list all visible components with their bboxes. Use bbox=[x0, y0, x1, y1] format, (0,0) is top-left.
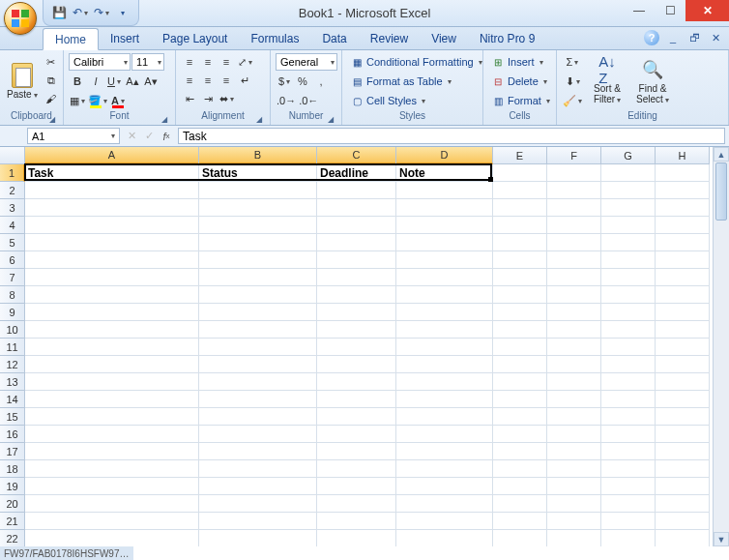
cell-B7[interactable] bbox=[199, 269, 317, 286]
cell-A19[interactable] bbox=[25, 478, 199, 495]
cell-C6[interactable] bbox=[317, 251, 396, 269]
cell-B18[interactable] bbox=[199, 460, 317, 478]
cell-G9[interactable] bbox=[601, 304, 656, 321]
underline-button[interactable]: U▾ bbox=[105, 73, 123, 90]
cell-styles-button[interactable]: ▢Cell Styles▾ bbox=[347, 92, 485, 109]
cell-A2[interactable] bbox=[25, 182, 199, 199]
scroll-thumb[interactable] bbox=[715, 162, 727, 221]
row-header-8[interactable]: 8 bbox=[0, 286, 25, 304]
delete-cells-button[interactable]: ⊟Delete▾ bbox=[488, 73, 553, 90]
cell-D14[interactable] bbox=[396, 391, 493, 408]
cell-C14[interactable] bbox=[317, 391, 396, 408]
tab-home[interactable]: Home bbox=[43, 28, 99, 50]
row-header-4[interactable]: 4 bbox=[0, 217, 25, 234]
cancel-edit-icon[interactable]: ✕ bbox=[124, 129, 139, 144]
cell-A5[interactable] bbox=[25, 234, 199, 251]
cell-G1[interactable] bbox=[601, 164, 656, 182]
cell-B22[interactable] bbox=[199, 530, 317, 546]
shrink-font-icon[interactable]: A▾ bbox=[142, 73, 160, 90]
row-header-2[interactable]: 2 bbox=[0, 182, 25, 199]
row-header-21[interactable]: 21 bbox=[0, 513, 25, 530]
cell-G15[interactable] bbox=[601, 408, 656, 426]
cell-A13[interactable] bbox=[25, 373, 199, 391]
cell-D20[interactable] bbox=[396, 495, 493, 513]
cell-B14[interactable] bbox=[199, 391, 317, 408]
cell-H14[interactable] bbox=[656, 391, 710, 408]
tab-review[interactable]: Review bbox=[359, 28, 420, 49]
cell-E14[interactable] bbox=[493, 391, 547, 408]
cell-G18[interactable] bbox=[601, 460, 656, 478]
cell-H21[interactable] bbox=[656, 513, 710, 530]
row-header-12[interactable]: 12 bbox=[0, 356, 25, 373]
row-header-5[interactable]: 5 bbox=[0, 234, 25, 251]
cell-G3[interactable] bbox=[601, 199, 656, 217]
cell-F5[interactable] bbox=[547, 234, 601, 251]
cell-D12[interactable] bbox=[396, 356, 493, 373]
cell-H5[interactable] bbox=[656, 234, 710, 251]
cell-F20[interactable] bbox=[547, 495, 601, 513]
paste-button[interactable]: Paste▾ bbox=[5, 53, 40, 110]
ribbon-minimize-icon[interactable]: _ bbox=[665, 30, 681, 45]
cell-B21[interactable] bbox=[199, 513, 317, 530]
cell-G7[interactable] bbox=[601, 269, 656, 286]
cell-A6[interactable] bbox=[25, 251, 199, 269]
cell-C15[interactable] bbox=[317, 408, 396, 426]
cell-C19[interactable] bbox=[317, 478, 396, 495]
cell-F19[interactable] bbox=[547, 478, 601, 495]
cell-C12[interactable] bbox=[317, 356, 396, 373]
cell-B17[interactable] bbox=[199, 443, 317, 460]
cell-C21[interactable] bbox=[317, 513, 396, 530]
row-header-20[interactable]: 20 bbox=[0, 495, 25, 513]
column-header-D[interactable]: D bbox=[396, 147, 493, 164]
row-header-7[interactable]: 7 bbox=[0, 269, 25, 286]
sort-filter-button[interactable]: A↓Z Sort & Filter▾ bbox=[586, 53, 628, 110]
cell-C1[interactable]: Deadline bbox=[317, 164, 396, 182]
cell-C18[interactable] bbox=[317, 460, 396, 478]
cell-H16[interactable] bbox=[656, 426, 710, 443]
cell-H12[interactable] bbox=[656, 356, 710, 373]
cell-D22[interactable] bbox=[396, 530, 493, 546]
font-color-button[interactable]: A▾ bbox=[109, 92, 127, 109]
cell-D18[interactable] bbox=[396, 460, 493, 478]
align-top-icon[interactable]: ≡ bbox=[181, 53, 198, 71]
merge-center-icon[interactable]: ⬌▾ bbox=[218, 90, 235, 107]
cell-G21[interactable] bbox=[601, 513, 656, 530]
cell-C2[interactable] bbox=[317, 182, 396, 199]
cell-B3[interactable] bbox=[199, 199, 317, 217]
cell-C9[interactable] bbox=[317, 304, 396, 321]
cell-A20[interactable] bbox=[25, 495, 199, 513]
row-header-1[interactable]: 1 bbox=[0, 164, 25, 182]
cell-H2[interactable] bbox=[656, 182, 710, 199]
cell-H8[interactable] bbox=[656, 286, 710, 304]
cell-C16[interactable] bbox=[317, 426, 396, 443]
cell-A15[interactable] bbox=[25, 408, 199, 426]
cell-E20[interactable] bbox=[493, 495, 547, 513]
row-header-18[interactable]: 18 bbox=[0, 460, 25, 478]
cell-E12[interactable] bbox=[493, 356, 547, 373]
decrease-indent-icon[interactable]: ⇤ bbox=[181, 90, 198, 107]
cell-G4[interactable] bbox=[601, 217, 656, 234]
cell-D15[interactable] bbox=[396, 408, 493, 426]
cell-E1[interactable] bbox=[493, 164, 547, 182]
cell-D9[interactable] bbox=[396, 304, 493, 321]
cell-G17[interactable] bbox=[601, 443, 656, 460]
cell-F17[interactable] bbox=[547, 443, 601, 460]
cell-H22[interactable] bbox=[656, 530, 710, 546]
cell-F10[interactable] bbox=[547, 321, 601, 339]
decrease-decimal-icon[interactable]: .0← bbox=[298, 92, 319, 109]
cell-D16[interactable] bbox=[396, 426, 493, 443]
row-header-10[interactable]: 10 bbox=[0, 321, 25, 339]
row-header-22[interactable]: 22 bbox=[0, 530, 25, 546]
cell-A7[interactable] bbox=[25, 269, 199, 286]
cell-A16[interactable] bbox=[25, 426, 199, 443]
cell-B15[interactable] bbox=[199, 408, 317, 426]
cell-C4[interactable] bbox=[317, 217, 396, 234]
column-header-C[interactable]: C bbox=[317, 147, 396, 164]
column-header-A[interactable]: A bbox=[25, 147, 199, 164]
orientation-icon[interactable]: ⤢▾ bbox=[236, 53, 253, 71]
cell-B1[interactable]: Status bbox=[199, 164, 317, 182]
cell-E6[interactable] bbox=[493, 251, 547, 269]
enter-edit-icon[interactable]: ✓ bbox=[141, 129, 157, 144]
cell-C7[interactable] bbox=[317, 269, 396, 286]
cell-E10[interactable] bbox=[493, 321, 547, 339]
